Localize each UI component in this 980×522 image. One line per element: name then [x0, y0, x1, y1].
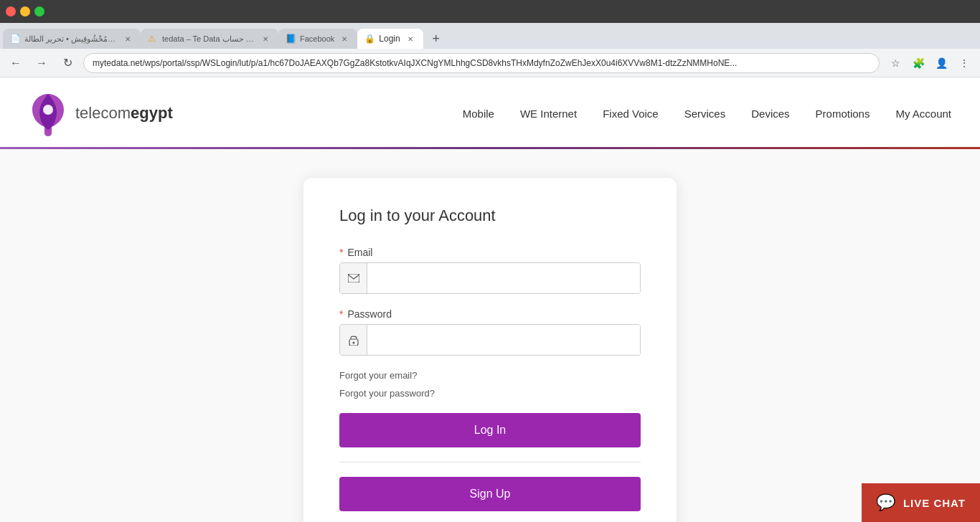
email-required-star: * — [339, 247, 343, 258]
nav-mobile[interactable]: Mobile — [463, 105, 494, 123]
password-form-group: * Password — [339, 308, 641, 356]
nav-links: Mobile WE Internet Fixed Voice Services … — [463, 105, 951, 123]
email-label: Email — [347, 247, 372, 258]
nav-devices[interactable]: Devices — [751, 105, 789, 123]
bookmark-button[interactable]: ☆ — [885, 53, 905, 73]
browser-window: 📄 روهات اندرو • مُحْشُوقِيش • تحرير الطا… — [0, 0, 980, 522]
refresh-button[interactable]: ↻ — [57, 53, 77, 73]
site-navbar: telecomegypt Mobile WE Internet Fixed Vo… — [0, 77, 980, 149]
window-max-btn[interactable] — [34, 6, 44, 16]
window-close-btn[interactable] — [6, 6, 16, 16]
address-bar: ← → ↻ ☆ 🧩 👤 ⋮ — [0, 49, 980, 77]
nav-my-account[interactable]: My Account — [895, 105, 951, 123]
tab-favicon-2: ⚠ — [148, 34, 158, 44]
title-bar — [0, 0, 980, 23]
tab-close-1[interactable]: ✕ — [122, 33, 133, 44]
tab-close-2[interactable]: ✕ — [260, 33, 271, 44]
email-label-row: * Email — [339, 247, 641, 258]
email-input[interactable] — [367, 263, 640, 293]
profile-button[interactable]: 👤 — [931, 53, 951, 73]
new-tab-button[interactable]: + — [426, 29, 446, 49]
extensions-button[interactable]: 🧩 — [908, 53, 928, 73]
login-title: Log in to your Account — [339, 207, 641, 225]
password-icon — [340, 325, 367, 355]
menu-button[interactable]: ⋮ — [954, 53, 974, 73]
tab-1[interactable]: 📄 روهات اندرو • مُحْشُوقِيش • تحرير الطا… — [3, 29, 141, 49]
live-chat-label: LIVE CHAT — [903, 497, 966, 509]
forward-button[interactable]: → — [32, 53, 52, 73]
signup-button[interactable]: Sign Up — [339, 477, 641, 511]
logo[interactable]: telecomegypt — [29, 90, 173, 137]
live-chat-widget[interactable]: 💬 LIVE CHAT — [862, 483, 980, 522]
tab-2[interactable]: ⚠ tedata – Te Data كيفية ادارة حساب ✕ — [141, 29, 278, 49]
tab-title-3: Facebook — [300, 34, 334, 43]
main-content: Log in to your Account * Email — [0, 149, 980, 522]
tab-4[interactable]: 🔒 Login ✕ — [357, 29, 423, 49]
envelope-icon — [348, 274, 359, 283]
lock-icon — [349, 334, 359, 346]
password-input[interactable] — [367, 325, 640, 355]
back-button[interactable]: ← — [6, 53, 26, 73]
svg-rect-1 — [348, 274, 359, 283]
nav-we-internet[interactable]: WE Internet — [520, 105, 577, 123]
tab-favicon-4: 🔒 — [364, 34, 374, 44]
logo-text: telecomegypt — [75, 104, 173, 123]
tab-title-1: روهات اندرو • مُحْشُوقِيش • تحرير الطالة — [24, 34, 118, 44]
forgot-password-link[interactable]: Forgot your password? — [339, 388, 641, 399]
tab-title-4: Login — [379, 34, 400, 44]
website-content: telecomegypt Mobile WE Internet Fixed Vo… — [0, 77, 980, 522]
tab-favicon-3: 📘 — [286, 34, 296, 44]
password-required-star: * — [339, 308, 343, 320]
tab-close-3[interactable]: ✕ — [339, 33, 350, 44]
tab-close-4[interactable]: ✕ — [405, 33, 416, 44]
tab-3[interactable]: 📘 Facebook ✕ — [278, 29, 357, 49]
email-form-group: * Email — [339, 247, 641, 294]
address-input[interactable] — [83, 53, 880, 73]
nav-fixed-voice[interactable]: Fixed Voice — [603, 105, 659, 123]
nav-promotions[interactable]: Promotions — [816, 105, 870, 123]
password-input-wrapper — [339, 324, 641, 356]
logo-icon — [29, 90, 68, 137]
login-button[interactable]: Log In — [339, 413, 641, 447]
nav-services[interactable]: Services — [684, 105, 726, 123]
password-label: Password — [347, 308, 391, 320]
form-divider — [339, 462, 641, 462]
live-chat-icon: 💬 — [876, 493, 896, 512]
logo-egypt: egypt — [131, 104, 173, 122]
logo-telecom: telecom — [75, 104, 131, 122]
address-icons: ☆ 🧩 👤 ⋮ — [885, 53, 974, 73]
email-icon — [340, 263, 367, 293]
login-card: Log in to your Account * Email — [303, 178, 677, 522]
svg-point-0 — [43, 105, 53, 115]
email-input-wrapper — [339, 262, 641, 294]
password-label-row: * Password — [339, 308, 641, 320]
tab-title-2: tedata – Te Data كيفية ادارة حساب — [162, 34, 255, 44]
forgot-email-link[interactable]: Forgot your email? — [339, 370, 641, 381]
tab-favicon-1: 📄 — [10, 34, 20, 44]
svg-point-3 — [352, 342, 354, 344]
window-controls — [6, 6, 44, 16]
tab-bar: 📄 روهات اندرو • مُحْشُوقِيش • تحرير الطا… — [0, 23, 980, 49]
window-min-btn[interactable] — [20, 6, 30, 16]
